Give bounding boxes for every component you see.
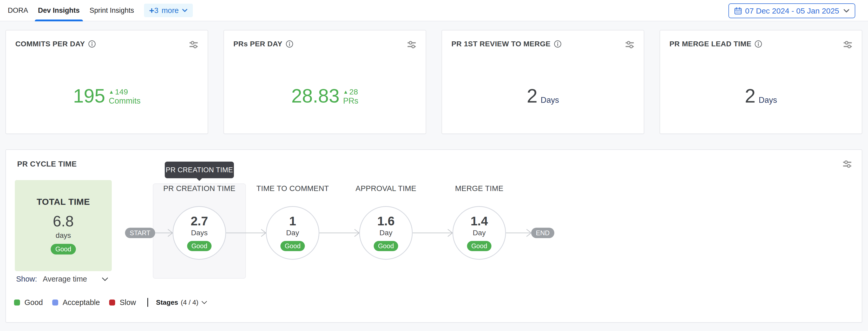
connector-arrow	[226, 228, 267, 238]
metric-unit: Commits	[109, 96, 141, 106]
chevron-down-icon	[201, 301, 207, 304]
stage-unit: Day	[286, 229, 299, 237]
legend-item-good: Good	[14, 298, 43, 307]
stage-circle-time-to-comment[interactable]: 1 Day Good	[266, 206, 319, 260]
card-pr-merge-lead-time: PR MERGE LEAD TIME 2 Days	[659, 30, 862, 134]
legend-item-slow: Slow	[109, 298, 136, 307]
connector-arrow	[319, 228, 360, 238]
stage-unit: Day	[379, 229, 393, 237]
more-tabs-dropdown[interactable]: + 3 more	[144, 4, 193, 17]
card-title: PRs PER DAY	[234, 40, 282, 48]
more-label: more	[162, 6, 179, 15]
stages-filter-dropdown[interactable]: Stages (4 / 4)	[156, 299, 207, 307]
card-settings-sliders-icon[interactable]	[842, 39, 853, 50]
total-time-box: TOTAL TIME 6.8 days Good	[15, 180, 112, 271]
legend-divider	[147, 298, 148, 307]
stage-title-time-to-comment: TIME TO COMMENT	[256, 184, 329, 193]
tab-dev-insights[interactable]: Dev Insights	[38, 0, 80, 21]
tab-label: DORA	[8, 6, 28, 15]
stage-value: 2.7	[191, 215, 208, 228]
total-time-unit: days	[56, 231, 71, 240]
card-settings-sliders-icon[interactable]	[624, 39, 635, 50]
card-header: PR MERGE LEAD TIME	[660, 30, 862, 48]
delta-value: 149	[115, 87, 128, 96]
acceptable-swatch	[52, 300, 58, 305]
metric-cards-row: COMMITS PER DAY 195 ▲ 149 Commits PRs PE…	[5, 30, 862, 134]
more-count: 3	[154, 6, 158, 15]
metric-unit: PRs	[343, 96, 359, 106]
metric-value-block: 195 ▲ 149 Commits	[6, 86, 208, 106]
card-header: PR 1ST REVIEW TO MERGE	[442, 30, 644, 48]
card-header: PRs PER DAY	[224, 30, 426, 48]
stage-title-approval-time: APPROVAL TIME	[355, 184, 416, 193]
pr-cycle-time-panel: PR CYCLE TIME TOTAL TIME 6.8 days Good S…	[5, 149, 862, 323]
metric-value-block: 2 Days	[660, 86, 862, 106]
stage-title-merge-time: MERGE TIME	[455, 184, 503, 193]
panel-title: PR CYCLE TIME	[17, 160, 77, 168]
status-badge: Good	[374, 241, 398, 251]
status-badge: Good	[280, 241, 305, 251]
metric-value-block: 2 Days	[442, 86, 644, 106]
metric-side-labels: ▲ 28 PRs	[343, 87, 359, 106]
info-icon[interactable]	[286, 40, 293, 48]
stage-value: 1	[289, 215, 296, 228]
top-navbar: DORA Dev Insights Sprint Insights + 3 mo…	[0, 0, 868, 21]
slow-swatch	[109, 300, 115, 305]
status-badge: Good	[187, 241, 211, 251]
info-icon[interactable]	[754, 40, 762, 48]
show-label: Show:	[16, 275, 37, 283]
card-pr-first-review-to-merge: PR 1ST REVIEW TO MERGE 2 Days	[441, 30, 644, 134]
card-commits-per-day: COMMITS PER DAY 195 ▲ 149 Commits	[5, 30, 208, 134]
legend-label: Good	[24, 298, 43, 307]
good-swatch	[14, 300, 20, 305]
chevron-down-icon	[843, 9, 849, 13]
delta-line: ▲ 149	[109, 87, 128, 96]
tab-dora[interactable]: DORA	[8, 0, 28, 21]
stage-unit: Day	[473, 229, 486, 237]
stage-value: 1.4	[471, 215, 488, 228]
connector-arrow	[413, 228, 453, 238]
flow-end-label: END	[536, 229, 550, 237]
panel-settings-sliders-icon[interactable]	[842, 159, 852, 169]
status-legend: Good Acceptable Slow Stages (4 / 4)	[14, 297, 207, 308]
legend-label: Slow	[120, 298, 136, 307]
stage-circle-pr-creation-time[interactable]: 2.7 Days Good	[173, 206, 226, 260]
arrow-up-icon: ▲	[109, 89, 114, 94]
total-time-label: TOTAL TIME	[37, 197, 90, 207]
metric-value-block: 28.83 ▲ 28 PRs	[224, 86, 426, 106]
stage-tooltip: PR CREATION TIME	[165, 162, 234, 178]
card-title: PR 1ST REVIEW TO MERGE	[452, 40, 551, 48]
flow-start-label: START	[130, 229, 151, 237]
show-dropdown[interactable]: Show: Average time	[16, 275, 108, 283]
status-badge: Good	[51, 244, 76, 254]
stage-circle-approval-time[interactable]: 1.6 Day Good	[359, 206, 413, 260]
flow-start-pill: START	[125, 228, 155, 238]
date-range-picker[interactable]: 07 Dec 2024 - 05 Jan 2025	[728, 3, 855, 18]
dashboard-tabs: DORA Dev Insights Sprint Insights + 3 mo…	[0, 0, 193, 21]
card-prs-per-day: PRs PER DAY 28.83 ▲ 28 PRs	[223, 30, 426, 134]
card-title: COMMITS PER DAY	[16, 40, 85, 48]
legend-label: Acceptable	[63, 298, 100, 307]
tab-label: Sprint Insights	[90, 6, 134, 15]
info-icon[interactable]	[554, 40, 562, 48]
delta-line: ▲ 28	[343, 87, 358, 96]
chevron-down-icon	[182, 8, 188, 12]
delta-value: 28	[349, 87, 358, 96]
info-icon[interactable]	[88, 40, 96, 48]
metric-unit: Days	[758, 95, 777, 105]
metric-value: 2	[527, 86, 537, 106]
stage-unit: Days	[191, 229, 208, 237]
metric-value: 2	[745, 86, 755, 106]
card-settings-sliders-icon[interactable]	[188, 39, 199, 50]
date-range-value: 07 Dec 2024 - 05 Jan 2025	[745, 6, 839, 16]
connector-arrow	[506, 228, 532, 238]
tab-label: Dev Insights	[38, 6, 80, 15]
stage-circle-merge-time[interactable]: 1.4 Day Good	[453, 206, 506, 260]
metric-value: 195	[73, 86, 105, 106]
metric-unit: Days	[540, 95, 559, 105]
stages-filter-label: Stages	[156, 299, 178, 307]
card-settings-sliders-icon[interactable]	[406, 39, 417, 50]
tab-sprint-insights[interactable]: Sprint Insights	[90, 0, 134, 21]
metric-value: 28.83	[291, 86, 339, 106]
show-value: Average time	[43, 275, 87, 283]
